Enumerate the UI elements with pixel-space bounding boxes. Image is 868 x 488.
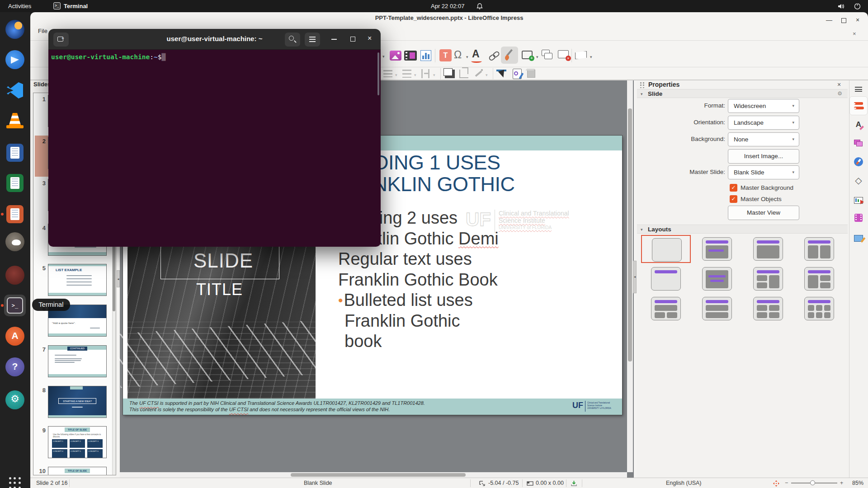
image-filter-dropdown-icon[interactable]: ▾ — [486, 73, 488, 77]
terminal-close-button[interactable]: × — [368, 34, 372, 42]
slide-thumbnail-7[interactable]: CONTINUED — [48, 345, 107, 377]
text-language[interactable]: English (USA) — [666, 478, 702, 488]
layout-option-title-2rows[interactable] — [692, 295, 742, 323]
insert-table-dropdown-icon[interactable]: ▾ — [382, 54, 385, 59]
clock[interactable]: Apr 22 02:07 — [431, 0, 464, 12]
image-filter-icon[interactable] — [474, 69, 483, 78]
layout-option-title-wide-2[interactable] — [641, 295, 691, 323]
layouts-section-bar[interactable]: ▾ Layouts — [637, 225, 848, 234]
section-settings-icon[interactable]: ⚙ — [837, 90, 842, 97]
libreoffice-writer-icon[interactable] — [4, 142, 26, 164]
fontwork-icon[interactable]: A — [472, 48, 480, 60]
insert-shape-icon[interactable]: + — [522, 51, 533, 59]
slide-thumbnail-10[interactable]: TITLE OF SLIDE — [48, 467, 107, 475]
slide-transition-tab-icon[interactable] — [852, 193, 865, 207]
layout-option-blank[interactable] — [641, 235, 691, 263]
window-minimize-button[interactable]: — — [826, 16, 832, 23]
terminal-menu-button[interactable] — [305, 33, 320, 47]
settings-icon[interactable]: ⚙ — [4, 389, 26, 411]
duplicate-slide-icon[interactable] — [542, 50, 555, 61]
demote-list-icon[interactable] — [383, 70, 392, 77]
master-slides-tab-icon[interactable] — [852, 231, 865, 245]
terminal-content[interactable]: user@user-virtual-machine:~$█ — [48, 50, 381, 247]
format-dropdown[interactable]: Widescreen▾ — [728, 99, 799, 113]
scrollbar-thumb[interactable] — [291, 473, 466, 477]
paragraph-spacing-dropdown-icon[interactable]: ▾ — [433, 73, 435, 77]
insert-media-icon[interactable] — [404, 51, 417, 61]
layout-option-title-grid6[interactable] — [794, 295, 844, 323]
terminal-window[interactable]: + user@user-virtual-machine: ~ × user@us… — [48, 29, 381, 247]
window-close-button[interactable]: × — [856, 16, 859, 23]
sidebar-menu-icon[interactable] — [852, 82, 865, 96]
shapes-tab-icon[interactable]: ◇ — [852, 174, 865, 187]
slide-thumbnail-5[interactable]: LIST EXAMPLE — [48, 264, 107, 296]
power-icon[interactable] — [854, 2, 861, 10]
navigator-tab-icon[interactable] — [852, 155, 865, 169]
line-spacing-dropdown-icon[interactable]: ▾ — [414, 73, 416, 77]
properties-tab-icon[interactable] — [852, 99, 865, 113]
panel-grip-icon[interactable] — [640, 82, 645, 89]
redaction-icon[interactable] — [513, 69, 522, 79]
shadow-icon[interactable] — [445, 70, 455, 78]
firefox-icon[interactable] — [4, 19, 26, 40]
insert-image-icon[interactable] — [390, 51, 401, 61]
master-background-checkbox[interactable]: ✓ — [730, 184, 737, 192]
master-view-button[interactable]: Master View — [728, 206, 799, 220]
insert-chart-icon[interactable] — [420, 50, 431, 61]
delete-slide-icon[interactable]: × — [558, 50, 569, 58]
animation-tab-icon[interactable] — [852, 211, 865, 225]
layout-option-title-content[interactable] — [743, 235, 793, 263]
layout-option-title-only[interactable] — [641, 265, 691, 293]
scrollbar-thumb[interactable] — [628, 108, 632, 361]
master-slide-dropdown[interactable]: Blank Slide▾ — [728, 165, 799, 179]
paragraph-spacing-icon[interactable] — [421, 69, 429, 78]
styles-tab-icon[interactable]: A — [852, 118, 865, 131]
sidebar-splitter-handle[interactable]: ◂ — [633, 261, 637, 293]
panel-splitter-handle[interactable]: ◂ — [117, 270, 120, 287]
menu-file[interactable]: File — [38, 28, 47, 34]
layout-option-centered-text[interactable] — [692, 265, 742, 293]
focused-app-name[interactable]: Terminal — [64, 0, 88, 12]
help-icon[interactable]: ? — [4, 356, 26, 378]
crop-icon[interactable] — [459, 70, 468, 78]
document-close-icon[interactable]: × — [853, 30, 856, 37]
fit-slide-icon[interactable] — [773, 480, 779, 488]
layout-option-title-2content[interactable] — [794, 235, 844, 263]
gallery-tab-icon[interactable] — [852, 136, 865, 150]
special-character-icon[interactable]: Ω — [454, 49, 462, 61]
background-dropdown[interactable]: None▾ — [728, 132, 799, 146]
zoom-out-button[interactable]: − — [785, 478, 788, 488]
ubuntu-software-icon[interactable]: A — [4, 325, 26, 347]
master-objects-checkbox[interactable]: ✓ — [730, 195, 737, 203]
layout-option-title-2l-1r[interactable] — [743, 265, 793, 293]
demote-list-dropdown-icon[interactable]: ▾ — [395, 73, 397, 77]
terminal-minimize-button[interactable] — [331, 39, 337, 40]
gimp-icon[interactable] — [4, 231, 26, 253]
slide-thumbnail-9[interactable]: TITLE OF SLIDE Use the following slides … — [48, 426, 107, 458]
notification-bell-icon[interactable] — [476, 3, 483, 10]
properties-close-icon[interactable]: × — [837, 81, 841, 88]
show-applications-icon[interactable] — [4, 472, 26, 488]
save-status-icon[interactable] — [571, 480, 577, 488]
vscode-icon[interactable] — [4, 80, 26, 101]
layout-option-title-1l-2r[interactable] — [794, 265, 844, 293]
special-character-dropdown-icon[interactable]: ▾ — [466, 55, 468, 59]
line-spacing-icon[interactable] — [402, 70, 411, 78]
layout-option-title-grid4[interactable] — [743, 295, 793, 323]
libreoffice-calc-icon[interactable] — [4, 172, 26, 194]
insert-textbox-icon[interactable]: T — [439, 49, 452, 61]
slide-section-bar[interactable]: ▾ Slide ⚙ — [637, 89, 848, 98]
thunderbird-icon[interactable] — [4, 49, 26, 70]
display-views-dropdown-icon[interactable]: ▾ — [590, 55, 592, 59]
terminal-titlebar[interactable]: + user@user-virtual-machine: ~ × — [48, 29, 381, 50]
terminal-search-button[interactable] — [285, 33, 300, 47]
activities-button[interactable]: Activities — [8, 0, 31, 12]
terminal-scrollbar[interactable] — [377, 52, 379, 95]
terminal-icon[interactable]: >_ — [4, 295, 26, 316]
slide-thumbnail-8[interactable]: STARTING A NEW IDEA? — [48, 386, 107, 418]
volume-icon[interactable] — [837, 3, 844, 10]
orientation-dropdown[interactable]: Landscape▾ — [728, 116, 799, 130]
zoom-slider-thumb[interactable] — [810, 480, 815, 485]
edit-points-icon[interactable] — [496, 69, 507, 79]
3d-objects-icon[interactable] — [527, 70, 535, 78]
